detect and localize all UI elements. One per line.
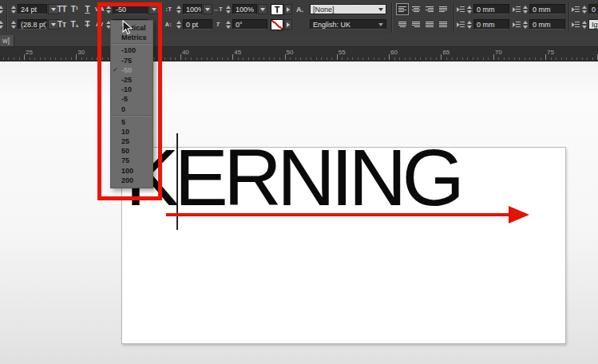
right-indent-stepper[interactable] <box>521 4 529 14</box>
baseline-shift-field[interactable]: 0 pt <box>183 19 212 30</box>
ruler-tick <box>311 57 311 60</box>
vertical-scale-dropdown-arrow[interactable] <box>203 4 212 14</box>
ruler-label: 70 <box>495 49 502 56</box>
ruler-tick <box>405 57 406 60</box>
ruler-tick <box>274 57 275 60</box>
leading-stepper[interactable] <box>10 19 17 30</box>
ruler-tick <box>473 57 473 60</box>
ruler-tick <box>561 57 562 60</box>
font-size-stepper[interactable] <box>10 4 17 14</box>
superscript-button[interactable]: T¹ <box>69 3 81 15</box>
ruler-label: 55 <box>339 49 346 56</box>
align-right-button[interactable] <box>423 3 436 15</box>
ruler-tick <box>259 57 259 60</box>
first-line-indent-field[interactable]: 0 mm <box>473 19 509 30</box>
ruler-tick <box>362 57 363 60</box>
leading-field[interactable]: (28.8 pt) <box>18 19 47 30</box>
strikethrough-button[interactable]: T <box>81 18 93 30</box>
horizontal-ruler: 2530354045505560657075 <box>0 47 598 61</box>
ruler-label: 75 <box>547 49 554 56</box>
ruler-tick <box>61 57 61 60</box>
first-line-indent-stepper[interactable] <box>465 19 473 30</box>
ruler-tick <box>248 57 249 60</box>
ruler-tick <box>477 57 478 60</box>
subscript-button[interactable]: T₁ <box>69 18 81 30</box>
ruler-tick <box>24 54 25 60</box>
edge-stepper[interactable] <box>0 19 4 30</box>
ruler-tick <box>232 54 233 60</box>
ruler-tick <box>253 57 254 60</box>
left-indent-field[interactable]: 0 mm <box>473 4 509 14</box>
stroke-color-swatch[interactable] <box>271 19 283 30</box>
underline-button[interactable]: T <box>81 3 93 15</box>
skew-field[interactable]: 0° <box>232 19 267 30</box>
ruler-tick <box>545 54 546 60</box>
ruler-tick <box>86 57 87 60</box>
ruler-tick <box>45 57 46 60</box>
horizontal-scale-field[interactable]: 100% <box>232 4 257 14</box>
horizontal-scale-dropdown-arrow[interactable] <box>258 4 267 14</box>
document-text[interactable]: KERNING <box>125 137 460 218</box>
align-to-grid-field[interactable]: Ign <box>588 19 598 30</box>
ruler-label: 45 <box>234 49 241 56</box>
ruler-tick <box>514 57 515 60</box>
stroke-flyout-arrow-icon[interactable] <box>284 19 292 30</box>
ruler-tick <box>399 57 400 60</box>
space-before-stepper[interactable] <box>580 4 588 14</box>
font-size-field[interactable]: 24 pt <box>18 4 47 14</box>
align-justify-all-button[interactable] <box>423 18 436 30</box>
ruler-tick <box>65 57 66 60</box>
ruler-tick <box>50 57 51 60</box>
character-style-select[interactable]: [None] <box>310 4 386 14</box>
ruler-tick <box>170 57 171 60</box>
control-panel: 24 pt (28.8 pt) TT T¹ T Tᴛ T₁ T V/A -50 … <box>0 0 598 36</box>
document-tab[interactable]: w] <box>0 35 14 46</box>
character-style-value: [None] <box>313 5 335 14</box>
ruler-label: 65 <box>442 49 449 56</box>
ruler-tick <box>263 57 264 60</box>
ruler-tick <box>14 57 14 60</box>
align-justify-last-right-button[interactable] <box>410 18 422 30</box>
ruler-tick <box>327 57 327 60</box>
left-indent-stepper[interactable] <box>465 4 473 14</box>
ruler-tick <box>582 57 583 60</box>
ruler-tick <box>191 57 192 60</box>
vertical-scale-stepper[interactable] <box>175 4 182 14</box>
ruler-tick <box>358 57 358 60</box>
align-center-button[interactable] <box>410 3 422 15</box>
skew-stepper[interactable] <box>224 19 232 30</box>
ruler-tick <box>592 57 593 60</box>
vertical-scale-icon: ↕T <box>163 3 174 15</box>
ruler-tick <box>572 57 572 60</box>
ruler-label: 40 <box>182 49 189 56</box>
right-indent-icon <box>513 6 521 13</box>
fill-color-swatch[interactable]: T <box>271 4 283 15</box>
ruler-tick <box>207 57 208 60</box>
space-before-field[interactable]: 0 m <box>588 4 598 14</box>
small-caps-button[interactable]: Tᴛ <box>56 18 68 30</box>
align-left-button[interactable] <box>396 3 409 15</box>
ruler-tick <box>529 57 530 60</box>
ruler-tick <box>551 57 552 60</box>
last-line-indent-stepper[interactable] <box>521 19 529 30</box>
horizontal-scale-stepper[interactable] <box>224 4 232 14</box>
ruler-tick <box>394 57 395 60</box>
baseline-shift-stepper[interactable] <box>175 19 182 30</box>
align-justify-all-2-button[interactable] <box>437 18 449 30</box>
ruler-tick <box>337 54 338 60</box>
vertical-scale-field[interactable]: 100% <box>183 4 202 14</box>
right-indent-field[interactable]: 0 mm <box>529 4 565 14</box>
align-justify-last-center-button[interactable] <box>396 18 409 30</box>
ruler-tick <box>8 57 9 60</box>
ruler-tick <box>290 57 291 60</box>
space-after-stepper[interactable] <box>580 19 588 30</box>
align-justify-last-left-button[interactable] <box>437 3 449 15</box>
last-line-indent-field[interactable]: 0 mm <box>529 19 565 30</box>
edge-stepper[interactable] <box>0 4 4 14</box>
all-caps-button[interactable]: TT <box>56 3 68 15</box>
group-divider <box>453 2 455 33</box>
ruler-tick <box>285 54 286 60</box>
ruler-tick <box>19 57 20 60</box>
fill-flyout-arrow-icon[interactable] <box>284 4 292 14</box>
language-select[interactable]: English: UK <box>310 19 386 30</box>
